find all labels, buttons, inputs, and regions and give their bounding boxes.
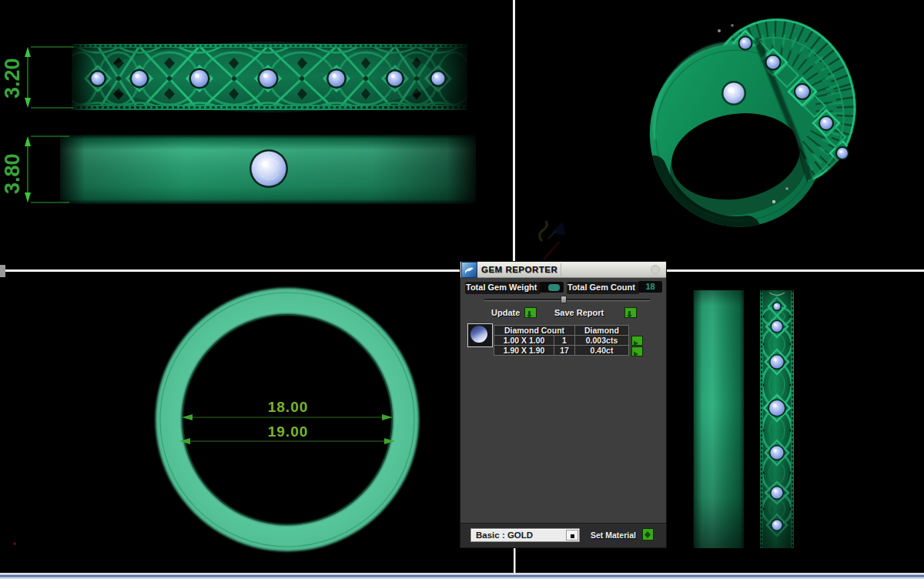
svg-text:19.00: 19.00 bbox=[268, 423, 309, 440]
svg-text:18.00: 18.00 bbox=[268, 399, 309, 415]
svg-text:3.80: 3.80 bbox=[1, 153, 24, 194]
svg-text:3.20: 3.20 bbox=[1, 58, 24, 99]
